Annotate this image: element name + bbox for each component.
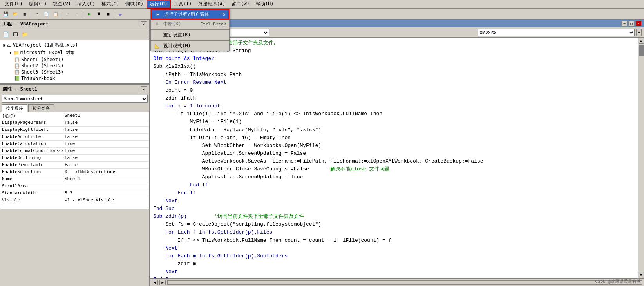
- scroll-track[interactable]: [638, 44, 644, 272]
- sep3: [83, 11, 83, 18]
- toolbar-paste[interactable]: 📋: [51, 10, 60, 18]
- menu-insert[interactable]: 插入(I): [74, 0, 98, 8]
- code-line-19: End If: [153, 181, 635, 189]
- run-menu-run-sub[interactable]: ▶ 运行子过程/用户窗体 F5: [151, 9, 229, 20]
- toolbar-run[interactable]: ▶: [85, 10, 94, 18]
- props-val-nm[interactable]: Sheet1: [63, 176, 149, 183]
- props-row-ec: EnableCalculation True: [0, 141, 149, 148]
- expand-excel[interactable]: ▼: [8, 51, 13, 55]
- expand-vbaproject[interactable]: ▣: [2, 43, 7, 47]
- props-val-drtl[interactable]: False: [63, 127, 149, 133]
- code-line-22: End Sub: [153, 205, 635, 213]
- scroll-up-btn[interactable]: ▲: [639, 38, 644, 44]
- watermark: CSDN @谁最温柔最有派: [595, 279, 641, 284]
- combo-proc[interactable]: xls2xlsx: [478, 29, 635, 36]
- toolbar-stop[interactable]: ■: [104, 10, 112, 18]
- code-line-16: ActiveWorkbook.SaveAs Filename:=FilePath…: [153, 157, 635, 165]
- code-line-26: If f <> ThisWorkbook.FullName Then count…: [153, 237, 635, 244]
- tree-vbaproject[interactable]: ▣ 🗂 VBAProject (1高温机.xls): [2, 42, 148, 49]
- menu-window[interactable]: 窗口(W): [228, 0, 253, 8]
- props-row-ept: EnablePivotTable False: [0, 162, 149, 169]
- tree-thisworkbook[interactable]: 📗 ThisWorkbook: [2, 75, 148, 81]
- project-close-btn[interactable]: ✕: [141, 21, 147, 27]
- props-val-name[interactable]: Sheet1: [63, 112, 149, 119]
- props-val-ept[interactable]: False: [63, 162, 149, 168]
- code-line-28: For Each m In fs.GetFolder(p).SubFolders: [153, 252, 635, 260]
- menu-format[interactable]: 格式(O): [98, 0, 123, 8]
- tree-sheet2[interactable]: 📋 Sheet2 (Sheet2): [2, 63, 148, 69]
- toolbar-cut[interactable]: ✂: [33, 10, 41, 18]
- props-key-esel: EnableSelection: [0, 169, 63, 176]
- props-val-efcc[interactable]: True: [63, 148, 149, 154]
- menu-edit[interactable]: 编辑(E): [26, 0, 50, 8]
- footer-scrollbar[interactable]: [167, 280, 642, 285]
- menu-tools[interactable]: 工具(T): [171, 0, 195, 8]
- code-area[interactable]: '**********访问当前文件夹下全部子文件夹及文件, Dim iFile(…: [150, 38, 638, 278]
- footer-scroll-right[interactable]: ▶: [159, 280, 166, 285]
- run-menu-design[interactable]: 📐 设计模式(M): [151, 42, 229, 51]
- proj-view-object[interactable]: 🗔: [11, 30, 20, 39]
- proj-view-code[interactable]: 📄: [2, 30, 10, 39]
- props-val-vis[interactable]: -1 - xlSheetVisible: [63, 197, 149, 204]
- toolbar-edit-icon[interactable]: ✏: [116, 10, 125, 18]
- props-tab-alpha[interactable]: 按字母序: [2, 104, 27, 112]
- props-val-sa[interactable]: [63, 183, 149, 190]
- tree-sheet3[interactable]: 📋 Sheet3 (Sheet3): [2, 69, 148, 75]
- toolbar-pause[interactable]: ⏸: [94, 10, 103, 18]
- props-row-drtl: DisplayRightToLeft False: [0, 127, 149, 134]
- combo-dropdown-icon[interactable]: ▼: [636, 29, 642, 36]
- props-key-dpb: DisplayPageBreaks: [0, 119, 63, 126]
- vertical-scrollbar[interactable]: ▲ ▼: [638, 38, 644, 278]
- toolbar-save[interactable]: 💾: [2, 10, 10, 18]
- scroll-down-btn[interactable]: ▼: [639, 272, 644, 278]
- toolbar-undo[interactable]: ↩: [63, 10, 72, 18]
- sheet1-label: Sheet1 (Sheet1): [21, 57, 63, 62]
- toolbar-redo[interactable]: ↪: [73, 10, 81, 18]
- left-panel: 工程 - VBAProject ✕ 📄 🗔 📁 ▣ 🗂 VBAProject (…: [0, 20, 150, 286]
- menu-run[interactable]: 运行(R): [147, 0, 171, 9]
- props-val-eaf[interactable]: False: [63, 134, 149, 140]
- code-line-21: Next: [153, 197, 635, 205]
- footer-scroll-left[interactable]: ◀: [152, 280, 158, 285]
- props-object-select[interactable]: Sheet1 Worksheet: [2, 95, 148, 103]
- code-close-btn[interactable]: ✕: [635, 21, 642, 26]
- toolbar-open[interactable]: 📂: [11, 10, 20, 18]
- props-val-ec[interactable]: True: [63, 141, 149, 147]
- menu-debug[interactable]: 调试(D): [122, 0, 147, 8]
- toolbar-insert-module[interactable]: ▦: [20, 10, 29, 18]
- toolbar-copy[interactable]: 📄: [42, 10, 51, 18]
- props-key-drtl: DisplayRightToLeft: [0, 127, 63, 133]
- code-line-30: Next: [153, 268, 635, 276]
- code-restore-btn[interactable]: □: [628, 21, 635, 26]
- excel-objects-label: Microsoft Excel 对象: [20, 49, 75, 56]
- props-tab-category[interactable]: 按分类序: [28, 104, 54, 112]
- props-row-efcc: EnableFormatConditionsCal True: [0, 148, 149, 155]
- project-panel: 工程 - VBAProject ✕ 📄 🗔 📁 ▣ 🗂 VBAProject (…: [0, 20, 149, 84]
- break-shortcut: Ctrl+Break: [200, 22, 226, 27]
- props-val-esel[interactable]: 0 - xlNoRestrictions: [63, 169, 149, 176]
- tree-excel-objects[interactable]: ▼ 📁 Microsoft Excel 对象: [2, 49, 148, 56]
- code-line-20: End If: [153, 189, 635, 197]
- props-close-btn[interactable]: ✕: [141, 86, 147, 92]
- scroll-thumb[interactable]: [639, 45, 644, 56]
- code-line-23: Sub zdir(p) '访问当前文件夹下全部子文件夹及文件: [153, 213, 635, 221]
- vbaproject-icon: 🗂: [7, 43, 12, 48]
- run-menu-reset[interactable]: 重新设置(R): [151, 31, 229, 40]
- code-line-8: zdir iPath: [153, 94, 635, 102]
- project-panel-header: 工程 - VBAProject ✕: [0, 20, 149, 29]
- proj-toggle-folders[interactable]: 📁: [20, 30, 29, 39]
- code-minimize-btn[interactable]: ─: [621, 21, 628, 26]
- project-tree: ▣ 🗂 VBAProject (1高温机.xls) ▼ 📁 Microsoft …: [0, 40, 149, 83]
- props-val-dpb[interactable]: False: [63, 119, 149, 126]
- code-line-27: Next: [153, 244, 635, 252]
- code-line-25: For Each f In fs.GetFolder(p).Files: [153, 228, 635, 236]
- menu-file[interactable]: 文件(F): [2, 0, 26, 8]
- menu-help[interactable]: 帮助(H): [253, 0, 277, 8]
- menu-view[interactable]: 视图(V): [50, 0, 74, 8]
- menu-addins[interactable]: 外接程序(A): [195, 0, 229, 8]
- props-val-eo[interactable]: False: [63, 155, 149, 161]
- run-menu-break[interactable]: ⏸ 中断(K) Ctrl+Break: [151, 20, 229, 29]
- props-val-sw[interactable]: 8.3: [63, 190, 149, 197]
- tree-sheet1[interactable]: 📋 Sheet1 (Sheet1): [2, 56, 148, 63]
- run-icon: ▶: [155, 11, 161, 18]
